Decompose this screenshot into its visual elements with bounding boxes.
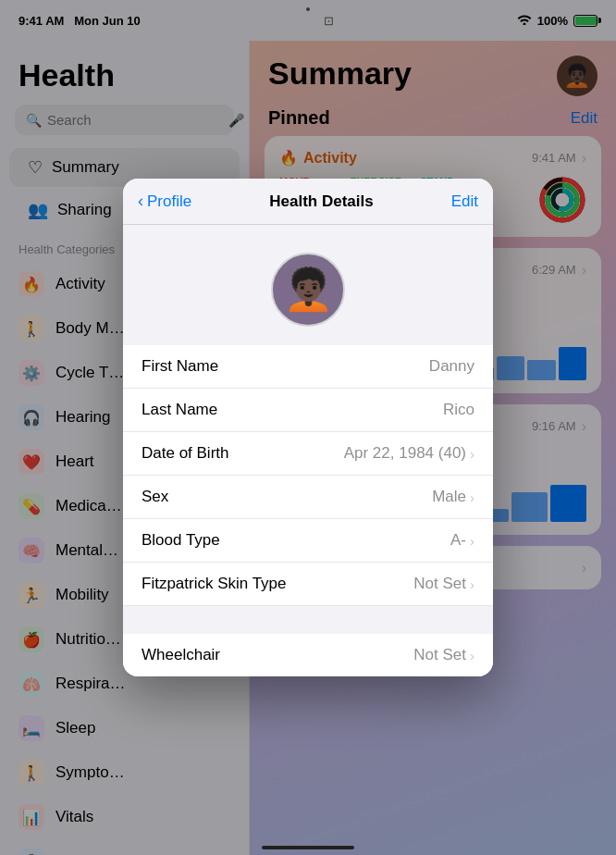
first-name-row: First Name Danny — [123, 345, 493, 389]
blood-type-label: Blood Type — [142, 531, 220, 550]
fitzpatrick-value: Not Set › — [413, 575, 474, 593]
blood-type-text: A- — [450, 531, 466, 550]
date-of-birth-value: Apr 22, 1984 (40) › — [344, 444, 474, 463]
last-name-row: Last Name Rico — [123, 389, 493, 432]
sex-label: Sex — [142, 488, 168, 506]
date-of-birth-text: Apr 22, 1984 (40) — [344, 444, 466, 463]
last-name-label: Last Name — [142, 401, 217, 419]
fitzpatrick-chevron: › — [470, 576, 474, 592]
modal-body: First Name Danny Last Name Rico Date of … — [123, 345, 493, 676]
wheelchair-chevron: › — [470, 648, 474, 663]
back-chevron-icon: ‹ — [138, 192, 143, 211]
modal-back-button[interactable]: ‹ Profile — [138, 192, 191, 211]
first-name-text: Danny — [429, 357, 474, 376]
modal-overlay: ‹ Profile Health Details Edit 🧑🏿‍🦱 First… — [0, 0, 616, 855]
modal-avatar-section: 🧑🏿‍🦱 — [123, 225, 493, 345]
health-details-modal: ‹ Profile Health Details Edit 🧑🏿‍🦱 First… — [123, 179, 493, 676]
first-name-label: First Name — [142, 357, 218, 376]
blood-type-row[interactable]: Blood Type A- › — [123, 519, 493, 563]
fitzpatrick-text: Not Set — [413, 575, 466, 593]
section-separator — [123, 606, 493, 634]
date-of-birth-chevron: › — [470, 446, 474, 462]
first-name-value: Danny — [429, 357, 474, 376]
date-of-birth-row[interactable]: Date of Birth Apr 22, 1984 (40) › — [123, 432, 493, 476]
last-name-value: Rico — [443, 401, 474, 419]
sex-row[interactable]: Sex Male › — [123, 476, 493, 519]
wheelchair-value: Not Set › — [413, 646, 474, 664]
user-avatar[interactable]: 🧑🏿‍🦱 — [271, 253, 345, 327]
sex-value: Male › — [432, 488, 474, 506]
wheelchair-text: Not Set — [413, 646, 466, 664]
modal-back-label: Profile — [147, 192, 191, 211]
sex-chevron: › — [470, 489, 474, 505]
sex-text: Male — [432, 488, 466, 506]
modal-navigation: ‹ Profile Health Details Edit — [123, 179, 493, 225]
blood-type-value: A- › — [450, 531, 474, 550]
wheelchair-label: Wheelchair — [142, 646, 220, 664]
fitzpatrick-row[interactable]: Fitzpatrick Skin Type Not Set › — [123, 563, 493, 606]
modal-edit-button[interactable]: Edit — [451, 192, 478, 211]
last-name-text: Rico — [443, 401, 474, 419]
blood-type-chevron: › — [470, 533, 474, 549]
wheelchair-row[interactable]: Wheelchair Not Set › — [123, 634, 493, 676]
modal-title: Health Details — [269, 192, 373, 211]
date-of-birth-label: Date of Birth — [142, 444, 229, 463]
fitzpatrick-label: Fitzpatrick Skin Type — [142, 575, 287, 593]
